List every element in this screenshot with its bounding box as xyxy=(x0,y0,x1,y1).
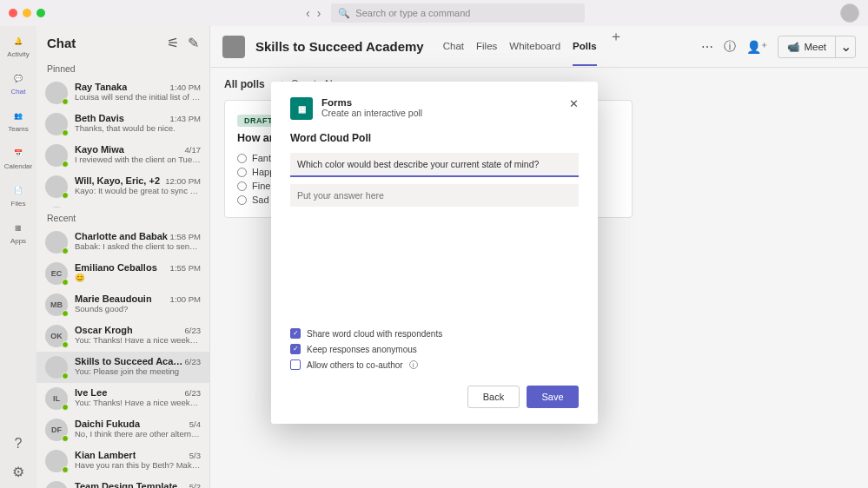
presence-dot xyxy=(62,192,69,199)
chat-icon: 💬 xyxy=(10,70,26,86)
rail-chat[interactable]: 💬 Chat xyxy=(10,70,26,96)
recent-list: Charlotte and Babak 1:58 PM Babak: I ask… xyxy=(36,227,209,488)
radio-icon xyxy=(237,168,247,177)
traffic-lights xyxy=(9,9,45,17)
avatar xyxy=(45,356,68,379)
filter-icon[interactable]: ⚟ xyxy=(167,35,179,51)
profile-avatar[interactable] xyxy=(840,3,859,23)
chat-item[interactable]: DF Daichi Fukuda 5/4 No, I think there a… xyxy=(36,414,209,445)
checkbox-anonymous[interactable] xyxy=(290,344,301,354)
avatar: IL xyxy=(45,387,68,410)
chat-item[interactable]: EC Emiliano Ceballos 1:55 PM 😊 xyxy=(36,258,209,289)
avatar xyxy=(45,82,68,104)
all-polls-label[interactable]: All polls xyxy=(224,78,265,90)
chat-name: Ive Lee xyxy=(75,387,107,398)
coauthor-info-icon[interactable]: i xyxy=(409,360,418,369)
avatar xyxy=(45,481,68,488)
close-icon[interactable]: ✕ xyxy=(569,97,579,110)
avatar: OK xyxy=(45,325,68,347)
presence-dot xyxy=(62,129,69,136)
tab-chat[interactable]: Chat xyxy=(443,28,464,66)
rail-activity[interactable]: 🔔 Activity xyxy=(7,33,29,58)
settings-gear-icon[interactable]: ⚙ xyxy=(10,464,26,479)
chat-item[interactable]: Kian Lambert 5/3 Have you ran this by Be… xyxy=(36,445,209,477)
save-button[interactable]: Save xyxy=(527,386,579,408)
info-icon[interactable]: ⓘ xyxy=(724,39,736,55)
meet-button[interactable]: 📹 Meet xyxy=(779,36,836,57)
rail-teams[interactable]: 👥 Teams xyxy=(8,108,29,133)
chat-name: Kian Lambert xyxy=(75,450,136,460)
chat-item[interactable]: Skills to Succeed Academy 6/23 You: Plea… xyxy=(36,352,209,383)
app-rail: 🔔 Activity 💬 Chat 👥 Teams 📅 Calendar 📄 F… xyxy=(0,26,36,488)
chat-preview: Kayo: It would be great to sync with... xyxy=(75,186,201,195)
close-window-dot[interactable] xyxy=(9,9,17,17)
meet-split-button: 📹 Meet ⌄ xyxy=(778,36,856,58)
chat-item[interactable]: Ray Tanaka 1:40 PM Louisa will send the … xyxy=(36,77,209,109)
calendar-icon: 📅 xyxy=(10,145,26,161)
chat-item[interactable]: Team Design Template 5/2 Reta: Let's set… xyxy=(36,477,209,488)
compose-icon[interactable]: ✎ xyxy=(188,35,199,51)
presence-dot xyxy=(62,310,69,317)
channel-avatar[interactable] xyxy=(222,36,245,58)
bell-icon: 🔔 xyxy=(10,33,26,49)
tab-polls[interactable]: Polls xyxy=(573,28,596,66)
chat-name: Team Design Template xyxy=(75,481,177,488)
chat-item[interactable]: Kayo Miwa 4/17 I reviewed with the clien… xyxy=(36,140,209,171)
sidebar-title: Chat xyxy=(47,36,167,50)
modal-subtitle: Create an interactive poll xyxy=(321,108,422,118)
chat-item[interactable]: Charlotte and Babak 1:58 PM Babak: I ask… xyxy=(36,227,209,258)
chat-preview: Sounds good? xyxy=(75,304,201,313)
rail-files[interactable]: 📄 Files xyxy=(10,182,26,208)
add-tab-icon[interactable]: ＋ xyxy=(609,28,623,66)
avatar xyxy=(45,144,68,167)
pinned-section-label: Pinned xyxy=(36,58,209,77)
header-tabs: Chat Files Whiteboard Polls ＋ xyxy=(443,28,623,66)
chat-name: Ray Tanaka xyxy=(75,82,127,92)
chat-preview: Thanks, that would be nice. xyxy=(75,123,201,133)
chat-preview: Have you ran this by Beth? Make sure she… xyxy=(75,460,201,470)
tab-files[interactable]: Files xyxy=(476,28,497,66)
chat-time: 1:40 PM xyxy=(170,82,201,92)
forward-icon[interactable]: › xyxy=(317,6,321,20)
chat-preview: You: Thanks! Have a nice weekend xyxy=(75,335,201,345)
chat-preview: No, I think there are other alternatives… xyxy=(75,429,201,439)
back-icon[interactable]: ‹ xyxy=(306,6,310,20)
avatar: MB xyxy=(45,293,68,316)
checkbox-coauthor[interactable] xyxy=(290,359,301,370)
avatar xyxy=(45,450,68,472)
back-button[interactable]: Back xyxy=(467,386,520,408)
chat-name: Beth Davis xyxy=(75,113,124,123)
avatar: EC xyxy=(45,262,68,285)
presence-dot xyxy=(62,404,69,411)
chat-item[interactable]: IL Ive Lee 6/23 You: Thanks! Have a nice… xyxy=(36,383,209,414)
radio-icon xyxy=(237,181,247,191)
chat-time: 6/23 xyxy=(185,326,202,335)
chat-item[interactable]: MB Marie Beaudouin 1:00 PM Sounds good? xyxy=(36,289,209,320)
chat-time: 5/4 xyxy=(189,419,201,429)
rail-apps[interactable]: ▦ Apps xyxy=(10,220,26,245)
chat-item[interactable]: Will, Kayo, Eric, +2 12:00 PM Kayo: It w… xyxy=(36,171,209,202)
help-icon[interactable]: ? xyxy=(10,436,26,452)
maximize-window-dot[interactable] xyxy=(36,9,45,17)
search-bar[interactable]: 🔍 Search or type a command xyxy=(331,3,585,23)
search-icon: 🔍 xyxy=(338,8,350,19)
meet-dropdown[interactable]: ⌄ xyxy=(836,36,855,57)
chat-item[interactable]: Beth Davis 1:43 PM Thanks, that would be… xyxy=(36,109,209,140)
answer-input[interactable] xyxy=(290,184,579,207)
chat-sidebar: Chat ⚟ ✎ Pinned Ray Tanaka 1:40 PM Louis… xyxy=(36,26,210,488)
chat-item[interactable]: OK Oscar Krogh 6/23 You: Thanks! Have a … xyxy=(36,320,209,352)
people-add-icon[interactable]: 👤⁺ xyxy=(746,40,767,54)
more-icon[interactable]: ⋯ xyxy=(701,40,713,54)
checkbox-share[interactable] xyxy=(290,328,301,339)
modal-section-title: Word Cloud Poll xyxy=(290,132,579,144)
checkbox-anonymous-label: Keep responses anonymous xyxy=(307,345,417,354)
search-placeholder: Search or type a command xyxy=(355,8,470,18)
minimize-window-dot[interactable] xyxy=(23,9,31,17)
question-input[interactable] xyxy=(290,153,579,177)
window-titlebar: ‹ › 🔍 Search or type a command xyxy=(0,0,868,26)
tab-whiteboard[interactable]: Whiteboard xyxy=(509,28,560,66)
rail-calendar[interactable]: 📅 Calendar xyxy=(4,145,32,170)
chat-time: 5/3 xyxy=(189,451,201,460)
chat-name: Skills to Succeed Academy xyxy=(75,356,185,366)
history-nav: ‹ › xyxy=(306,6,321,20)
